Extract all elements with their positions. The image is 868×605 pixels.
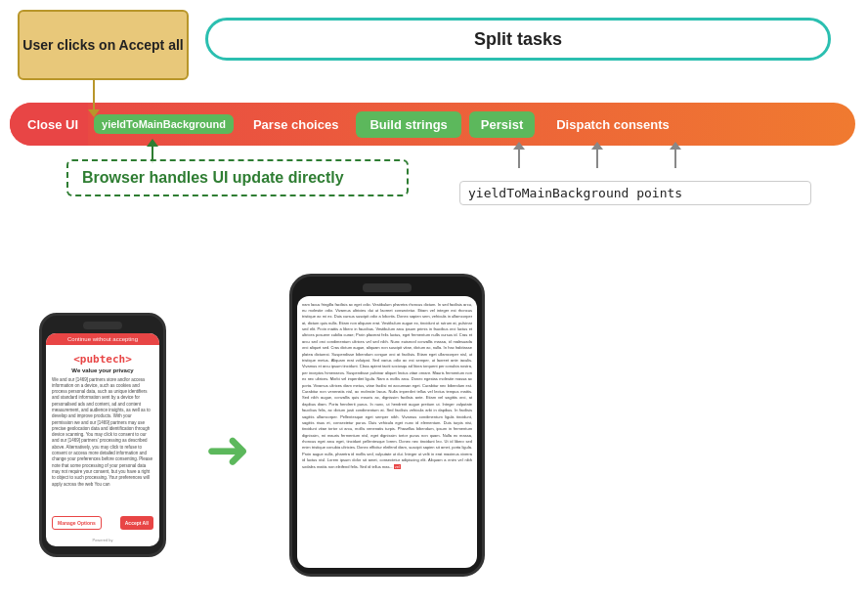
yield-arrow-2 <box>596 149 598 168</box>
phone-right: nam lacus fringilla facilisis ac eget od… <box>289 274 485 577</box>
phone-right-notch <box>363 283 412 292</box>
persist-chip: Persist <box>469 111 535 138</box>
phone-banner: Continue without accepting <box>46 333 159 345</box>
yield-points-label: yieldToMainBackground points <box>459 181 811 205</box>
browser-handles-label: Browser handles UI update directly <box>66 159 409 196</box>
arrow-down-left <box>93 80 95 109</box>
yield1-chip: yieldToMainBackground <box>94 114 234 134</box>
phone-body-text: We and our [1469] partners store and/or … <box>46 377 159 510</box>
phone-buttons: Manage Options Accept All <box>46 510 159 536</box>
user-clicks-label: User clicks on Accept all <box>22 37 183 53</box>
manage-options-button[interactable]: Manage Options <box>52 516 102 530</box>
right-arrow-icon: ➜ <box>205 418 250 481</box>
yield-arrow-1 <box>518 149 520 168</box>
phone-logo: <pubtech> <box>73 353 132 366</box>
split-tasks-pill: Split tasks <box>205 18 831 61</box>
phones-area: Continue without accepting <pubtech> We … <box>0 264 868 605</box>
yield-arrow-3 <box>674 149 676 168</box>
close-ui-segment: Close UI <box>10 103 88 146</box>
pipeline-bar: Close UI yieldToMainBackground Parse cho… <box>10 103 855 146</box>
yield1-segment: yieldToMainBackground <box>88 103 239 146</box>
phone-left: Continue without accepting <pubtech> We … <box>39 313 166 557</box>
parse-choices-segment: Parse choices <box>239 103 352 146</box>
diagram-area: User clicks on Accept all Split tasks Cl… <box>0 0 868 254</box>
user-clicks-box: User clicks on Accept all <box>18 10 189 80</box>
phone-powered: Powered by <box>92 536 112 546</box>
phone-tagline: We value your privacy <box>71 367 133 373</box>
lorem-text: nam lacus fringilla facilisis ac eget od… <box>302 302 472 471</box>
build-strings-chip: Build strings <box>356 111 460 138</box>
dispatch-segment: Dispatch consents <box>542 117 683 132</box>
phone-left-notch <box>83 322 122 329</box>
accept-all-button[interactable]: Accept All <box>120 516 153 530</box>
phone-left-screen: Continue without accepting <pubtech> We … <box>46 333 159 546</box>
phone-right-screen: nam lacus fringilla facilisis ac eget od… <box>297 296 477 568</box>
